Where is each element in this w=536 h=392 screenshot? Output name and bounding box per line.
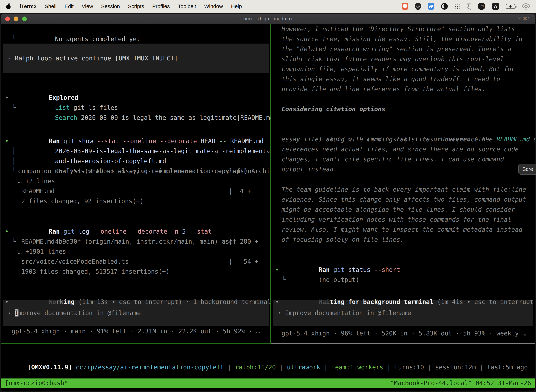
desktop: iTerm2 Shell Edit View Session Scripts P… bbox=[0, 0, 536, 392]
turns-counter: turns:10 bbox=[394, 364, 424, 371]
thinking-text-line: the "Related research writing" section i… bbox=[271, 44, 535, 54]
search-line: Search 2026-03-09-is-legal-the-same-as-l… bbox=[1, 103, 270, 113]
model-status-line: gpt-5.4 xhigh · 96% left · 520K in · 5.8… bbox=[271, 328, 535, 338]
tmux-status-bar[interactable]: [omx-cczip0:bash* "MacBook-Pro-44.local"… bbox=[1, 378, 535, 387]
window-title: omx --xhigh --madmax bbox=[1, 16, 535, 22]
thinking-text-line: might be acceptable alongside the file l… bbox=[271, 205, 535, 215]
menu-scripts[interactable]: Scripts bbox=[128, 3, 144, 9]
menu-edit[interactable]: Edit bbox=[65, 3, 74, 9]
screen-share-tooltip: Scre bbox=[518, 164, 536, 175]
explored-section-line: •Explored bbox=[1, 83, 270, 93]
thinking-text-line: including verification notes with those … bbox=[271, 215, 535, 225]
menu-window[interactable]: Window bbox=[204, 3, 223, 9]
battery-icon[interactable] bbox=[506, 4, 515, 9]
team-workers: team:1 workers bbox=[331, 364, 383, 371]
menu-profiles[interactable]: Profiles bbox=[152, 3, 170, 9]
thinking-text-line: changes, I can't cite specific file line… bbox=[271, 154, 535, 164]
window-titlebar[interactable]: omx --xhigh --madmax ⌥⌘1 bbox=[1, 14, 535, 24]
squiggle-icon[interactable]: ξ bbox=[467, 3, 471, 10]
commit-output-line: └067f154 (HEAD -> essay/ai-reimplementat… bbox=[1, 156, 270, 166]
waiting-status-line: •Waiting for background terminal (1m 41s… bbox=[271, 287, 535, 297]
diffstat-line: README.md | 4 + bbox=[1, 186, 270, 196]
thinking-heading: Considering citation options bbox=[271, 104, 535, 114]
thinking-text-line: companion file, especially if more comme… bbox=[271, 64, 535, 74]
ultrawork-label: ultrawork bbox=[287, 364, 321, 371]
wifi-icon[interactable] bbox=[522, 3, 530, 9]
tree-connector: └ bbox=[282, 275, 286, 285]
model-status-line: gpt-5.4 xhigh · main · 91% left · 2.31M … bbox=[1, 326, 270, 336]
menu-iterm2[interactable]: iTerm2 bbox=[20, 3, 37, 9]
working-status-line: •Working (11m 13s • esc to interrupt) · … bbox=[1, 287, 270, 297]
badge-61-icon[interactable]: ..61 bbox=[478, 3, 485, 10]
command-arg-wrap-line: │2026-03-09-is-legal-the-same-as-legitim… bbox=[1, 136, 270, 146]
bullet-icon: • bbox=[275, 297, 279, 307]
tmux-panes: └No agents completed yet › Ralph loop ac… bbox=[1, 24, 535, 344]
command-arg-wrap-line: │and-the-erosion-of-copyleft.md bbox=[1, 146, 270, 156]
ran-git-log-line: •Ran git log --oneline --decorate -n 5 -… bbox=[1, 217, 270, 227]
apple-menu-icon[interactable] bbox=[6, 4, 10, 9]
thinking-text-line: references need actual files, and since … bbox=[271, 144, 535, 154]
menu-items: iTerm2 Shell Edit View Session Scripts P… bbox=[6, 3, 242, 9]
prompt-chevron: › bbox=[7, 55, 15, 62]
elided-lines-indicator: … +2 lines bbox=[1, 176, 270, 186]
iterm2-window: omx --xhigh --madmax ⌥⌘1 └No agents comp… bbox=[1, 14, 535, 391]
ralph-counter: ralph:11/20 bbox=[235, 364, 276, 371]
ran-git-status-line: •Ran git status --short bbox=[271, 255, 535, 265]
thinking-text-line: of focusing solely on file lines. bbox=[271, 235, 535, 245]
thinking-text-line: The team guideline is to back every impo… bbox=[271, 185, 535, 195]
session-time: session:12m bbox=[435, 364, 476, 371]
thinking-text-line: output instead. bbox=[271, 164, 535, 174]
elided-lines-indicator: … +1901 lines bbox=[1, 247, 270, 257]
diffstat-line: src/voice/voiceModeEnabled.ts | 54 + bbox=[1, 257, 270, 267]
crescent-app-icon[interactable] bbox=[441, 3, 448, 10]
right-terminal-pane[interactable]: However, I noticed the "Directory Struct… bbox=[271, 24, 535, 344]
list-files-line: └List git ls-files bbox=[1, 93, 270, 103]
ran-git-show-line: •Ran git show --stat --oneline --decorat… bbox=[1, 126, 270, 136]
menu-bar: iTerm2 Shell Edit View Session Scripts P… bbox=[0, 0, 536, 13]
thinking-text-line: this single essay, it seems like a good … bbox=[271, 74, 535, 84]
diffstat-line: README.md | 280 + bbox=[1, 237, 270, 247]
tmux-session-window: [omx-cczip0:bash* bbox=[5, 379, 68, 387]
dots-grid-icon[interactable] bbox=[455, 3, 460, 9]
commit-output-line: companion analysis without altering the … bbox=[1, 166, 270, 176]
thinking-text-line: slight risk that future readers may over… bbox=[271, 54, 535, 64]
shield-app-icon[interactable] bbox=[415, 3, 421, 10]
thinking-text-line: evidence. Since this change only affects… bbox=[271, 195, 535, 205]
agents-completed-line: └No agents completed yet bbox=[1, 24, 270, 34]
left-terminal-pane[interactable]: └No agents completed yet › Ralph loop ac… bbox=[1, 24, 271, 344]
thinking-text-line: essay file, along with finding root file… bbox=[271, 134, 535, 144]
chat-app-icon[interactable] bbox=[402, 3, 408, 10]
bullet-icon: • bbox=[5, 297, 9, 307]
menu-help[interactable]: Help bbox=[231, 3, 242, 9]
omx-branch-path: cczip/essay/ai-reimplementation-copyleft bbox=[72, 364, 224, 371]
status-tray: ξ ..61 A bbox=[402, 3, 530, 10]
thinking-text-line: the source tree, missing the essay. Stil… bbox=[271, 34, 535, 44]
diffstat-summary-line: 2 files changed, 92 insertions(+) bbox=[1, 196, 270, 206]
thinking-text-line: However, I noticed the "Directory Struct… bbox=[271, 24, 535, 34]
no-output-line: └(no output) bbox=[271, 265, 535, 275]
charging-bolt-icon bbox=[509, 5, 512, 8]
thinking-text-line: I could cite commit statistics or refere… bbox=[271, 124, 535, 134]
diffstat-summary-line: 1903 files changed, 513517 insertions(+) bbox=[1, 267, 270, 277]
menu-toolbelt[interactable]: Toolbelt bbox=[178, 3, 196, 9]
thinking-text-line: provide file and line references from th… bbox=[271, 84, 535, 94]
tree-connector: └ bbox=[12, 34, 16, 44]
tmux-host-clock: "MacBook-Pro-44.local" 04:52 31-Mar-26 bbox=[390, 379, 531, 387]
last-activity: last:5m ago bbox=[487, 364, 528, 371]
omx-version-badge: [OMX#0.11.9] bbox=[27, 364, 72, 371]
thinking-text-line: review. Also, I might want to inspect th… bbox=[271, 225, 535, 235]
menu-session[interactable]: Session bbox=[101, 3, 120, 9]
menu-view[interactable]: View bbox=[82, 3, 93, 9]
menu-shell[interactable]: Shell bbox=[45, 3, 57, 9]
blue-diamond-app-icon[interactable] bbox=[428, 3, 434, 10]
window-shortcut: ⌥⌘1 bbox=[517, 16, 530, 21]
a-app-icon[interactable]: A bbox=[492, 3, 499, 10]
commit-output-line: └4b9d30f (origin/main, instructkr/main, … bbox=[1, 227, 270, 237]
omx-status-bar: [OMX#0.11.9] cczip/essay/ai-reimplementa… bbox=[1, 344, 535, 378]
